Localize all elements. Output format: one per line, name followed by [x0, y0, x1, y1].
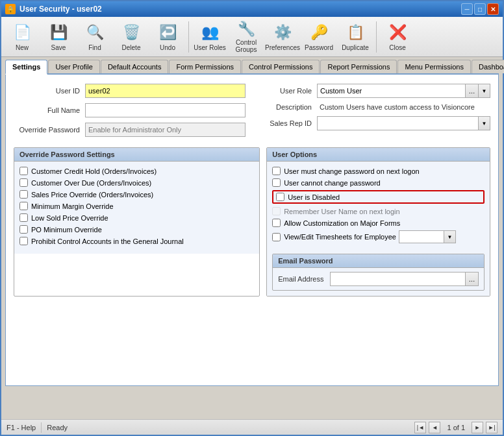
- title-bar: 🔒 User Security - user02 ─ □ ✕: [1, 1, 503, 17]
- tab-settings[interactable]: Settings: [5, 60, 47, 75]
- check-is-disabled-input[interactable]: [276, 193, 284, 201]
- check-low-sold-input[interactable]: [19, 213, 28, 222]
- status-text: Ready: [47, 424, 68, 431]
- check-must-change: User must change password on next logon: [272, 167, 485, 175]
- preferences-button[interactable]: ⚙️ Preferences: [266, 20, 299, 54]
- check-view-edit-timesheets-input[interactable]: [272, 233, 281, 241]
- nav-next-button[interactable]: ►: [472, 422, 483, 433]
- check-over-due-input[interactable]: [19, 178, 28, 187]
- undo-button[interactable]: ↩️ Undo: [151, 20, 184, 54]
- panels-row: Override Password Settings Customer Cred…: [14, 147, 490, 297]
- description-label: Description: [258, 103, 317, 111]
- sales-rep-row: Sales Rep ID ▼: [258, 116, 490, 130]
- check-must-change-input[interactable]: [272, 167, 281, 175]
- user-id-label: User ID: [14, 87, 85, 95]
- tab-dashboard-permissions[interactable]: Dashboard Permissions: [472, 60, 504, 73]
- tab-control-permissions[interactable]: Control Permissions: [242, 60, 320, 73]
- override-password-row: Override Password: [14, 123, 246, 137]
- status-nav: |◄ ◄ 1 of 1 ► ►|: [414, 422, 498, 433]
- duplicate-icon: 📋: [345, 22, 366, 43]
- email-address-dots-button[interactable]: …: [466, 272, 479, 286]
- override-password-label: Override Password: [14, 126, 85, 134]
- full-name-input[interactable]: [85, 103, 246, 117]
- override-panel-title: Override Password Settings: [14, 148, 259, 162]
- check-prohibit-control: Prohibit Control Accounts in the General…: [19, 237, 254, 245]
- duplicate-button[interactable]: 📋 Duplicate: [338, 20, 372, 54]
- password-button[interactable]: 🔑 Password: [302, 20, 336, 54]
- status-bar: F1 - Help Ready |◄ ◄ 1 of 1 ► ►|: [1, 419, 503, 435]
- delete-button[interactable]: 🗑️ Delete: [114, 20, 148, 54]
- close-icon: ❌: [387, 22, 408, 43]
- user-role-label: User Role: [258, 87, 317, 95]
- timesheets-employee-input[interactable]: [399, 230, 444, 243]
- find-button[interactable]: 🔍 Find: [78, 20, 112, 54]
- maximize-button[interactable]: □: [474, 3, 486, 15]
- override-panel-body: Customer Credit Hold (Orders/Invoices) C…: [14, 162, 259, 254]
- timesheets-dropdown-button[interactable]: ▼: [444, 230, 456, 243]
- tab-default-accounts[interactable]: Default Accounts: [101, 60, 169, 73]
- email-section: Email Password Email Address …: [272, 254, 485, 291]
- minimize-button[interactable]: ─: [461, 3, 473, 15]
- control-groups-button[interactable]: 🔧 Control Groups: [229, 20, 263, 54]
- check-sales-price-input[interactable]: [19, 190, 28, 199]
- check-min-margin: Minimum Margin Override: [19, 202, 254, 210]
- user-role-dropdown-button[interactable]: ▼: [479, 84, 490, 98]
- tab-user-profile[interactable]: User Profile: [48, 60, 99, 73]
- undo-icon: ↩️: [157, 22, 178, 43]
- status-separator: [41, 422, 42, 433]
- sales-rep-input[interactable]: [317, 116, 479, 130]
- override-password-input[interactable]: [85, 123, 246, 137]
- window-content: Settings User Profile Default Accounts F…: [1, 57, 503, 389]
- user-id-input[interactable]: [85, 84, 246, 98]
- user-id-row: User ID: [14, 84, 246, 98]
- email-address-input[interactable]: [330, 272, 466, 286]
- page-info: 1 of 1: [443, 424, 469, 431]
- save-button[interactable]: 💾 Save: [42, 20, 75, 54]
- user-role-input[interactable]: [317, 84, 466, 98]
- tab-bar: Settings User Profile Default Accounts F…: [5, 60, 499, 75]
- tab-form-permissions[interactable]: Form Permissions: [169, 60, 241, 73]
- check-cannot-change: User cannot change password: [272, 178, 485, 187]
- check-remember-name-input[interactable]: [272, 207, 281, 215]
- user-options-panel-body: User must change password on next logon …: [267, 162, 490, 296]
- user-options-panel: User Options User must change password o…: [266, 147, 490, 297]
- new-button[interactable]: 📄 New: [5, 20, 39, 54]
- user-roles-button[interactable]: 👥 User Roles: [193, 20, 227, 54]
- help-text: F1 - Help: [6, 424, 36, 431]
- check-view-edit-timesheets: View/Edit Timesheets for Employee ▼: [272, 230, 485, 243]
- check-credit-hold-input[interactable]: [19, 167, 28, 175]
- user-role-dots-button[interactable]: …: [466, 84, 479, 98]
- check-sales-price: Sales Price Override (Orders/Invoices): [19, 190, 254, 199]
- sales-rep-label: Sales Rep ID: [258, 119, 317, 127]
- nav-last-button[interactable]: ►|: [486, 422, 498, 433]
- tab-report-permissions[interactable]: Report Permissions: [320, 60, 397, 73]
- email-panel-title: Email Password: [273, 254, 484, 268]
- save-icon: 💾: [48, 22, 69, 43]
- check-over-due: Customer Over Due (Orders/Invoices): [19, 178, 254, 187]
- user-role-row: User Role … ▼: [258, 84, 490, 98]
- check-prohibit-control-input[interactable]: [19, 237, 28, 245]
- description-value: Custom Users have custom access to Visio…: [317, 103, 475, 111]
- password-icon: 🔑: [309, 22, 329, 43]
- check-po-min-input[interactable]: [19, 225, 28, 234]
- find-icon: 🔍: [84, 22, 105, 43]
- description-row: Description Custom Users have custom acc…: [258, 103, 490, 111]
- control-groups-icon: 🔧: [236, 21, 257, 38]
- close-button[interactable]: ❌ Close: [381, 20, 414, 54]
- full-name-label: Full Name: [14, 106, 85, 114]
- email-address-row: Email Address …: [273, 268, 484, 290]
- nav-prev-button[interactable]: ◄: [429, 422, 440, 433]
- sales-rep-dropdown-button[interactable]: ▼: [479, 116, 490, 130]
- override-panel: Override Password Settings Customer Cred…: [14, 147, 260, 297]
- check-allow-custom-input[interactable]: [272, 219, 281, 227]
- check-min-margin-input[interactable]: [19, 202, 28, 210]
- check-allow-custom: Allow Customization on Major Forms: [272, 219, 485, 227]
- check-cannot-change-input[interactable]: [272, 178, 281, 187]
- nav-first-button[interactable]: |◄: [414, 422, 426, 433]
- check-remember-name: Remember User Name on next login: [272, 207, 485, 215]
- close-window-button[interactable]: ✕: [487, 3, 499, 15]
- delete-icon: 🗑️: [121, 22, 142, 43]
- user-options-panel-title: User Options: [267, 148, 490, 162]
- tab-menu-permissions[interactable]: Menu Permissions: [397, 60, 470, 73]
- toolbar-separator: [188, 21, 189, 53]
